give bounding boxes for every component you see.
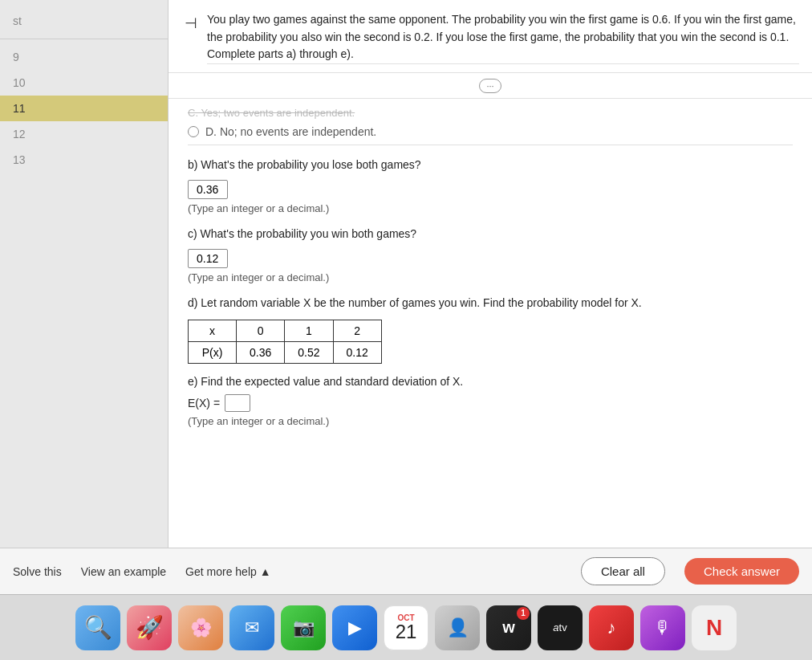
dock-quicktime[interactable]: ▶: [332, 605, 377, 650]
view-example-link[interactable]: View an example: [81, 565, 166, 578]
faded-option: C. Yes; two events are independent.: [188, 107, 793, 119]
dock-mail[interactable]: ✉: [229, 605, 274, 650]
table-px-0[interactable]: 0.36: [237, 342, 285, 364]
dock-music[interactable]: ♪: [589, 605, 634, 650]
part-c-hint: (Type an integer or a decimal.): [188, 271, 793, 283]
problem-text: You play two games against the same oppo…: [207, 11, 799, 64]
sidebar-item-9[interactable]: 9: [0, 44, 168, 70]
option-d-row[interactable]: D. No; no events are independent.: [188, 125, 793, 138]
clear-all-button[interactable]: Clear all: [581, 557, 665, 585]
option-d-label: D. No; no events are independent.: [205, 125, 376, 138]
table-x-0: 0: [237, 320, 285, 342]
table-header-px: P(x): [189, 342, 237, 364]
part-e-label: e) Find the expected value and standard …: [188, 375, 793, 388]
bottom-toolbar: Solve this View an example Get more help…: [0, 548, 812, 594]
part-c-answer[interactable]: 0.12: [188, 249, 228, 268]
table-x-1: 1: [285, 320, 333, 342]
sidebar-item-st[interactable]: st: [0, 8, 168, 34]
perplexity-badge: 1: [517, 607, 530, 620]
dock-perplexity[interactable]: w 1: [486, 605, 531, 650]
ex-answer-input[interactable]: [225, 394, 250, 412]
dock-podcast[interactable]: 🎙: [640, 605, 685, 650]
scroll-indicator[interactable]: ···: [168, 73, 812, 99]
part-c-label: c) What's the probability you win both g…: [188, 226, 793, 242]
content-area: ⊣ You play two games against the same op…: [168, 0, 812, 594]
ex-hint: (Type an integer or a decimal.): [188, 415, 793, 427]
sidebar-item-12[interactable]: 12: [0, 121, 168, 147]
part-b-label: b) What's the probability you lose both …: [188, 157, 793, 173]
dock-photos[interactable]: 🌸: [178, 605, 223, 650]
dock-calendar[interactable]: OCT 21: [384, 605, 428, 650]
sidebar-item-13[interactable]: 13: [0, 147, 168, 173]
dock-appletv[interactable]: atv: [538, 605, 583, 650]
dock: 🔍 🚀 🌸 ✉ 📷 ▶ OCT 21 👤 w 1 atv ♪ 🎙 N: [0, 594, 812, 660]
table-x-2: 2: [333, 320, 381, 342]
answer-section: C. Yes; two events are independent. D. N…: [168, 99, 812, 440]
check-answer-button[interactable]: Check answer: [684, 558, 799, 585]
dock-launchpad[interactable]: 🚀: [127, 605, 172, 650]
table-px-2[interactable]: 0.12: [333, 342, 381, 364]
sidebar-item-10[interactable]: 10: [0, 70, 168, 96]
dock-finder[interactable]: 🔍: [75, 605, 120, 650]
solve-this-link[interactable]: Solve this: [13, 565, 62, 578]
table-header-x: x: [189, 320, 237, 342]
part-d-label: d) Let random variable X be the number o…: [188, 295, 793, 312]
dock-news[interactable]: N: [692, 605, 737, 650]
sidebar-item-11[interactable]: 11: [0, 96, 168, 121]
probability-table: x 0 1 2 P(x) 0.36 0.52 0.12: [188, 320, 382, 364]
dock-contacts[interactable]: 👤: [435, 605, 480, 650]
ex-formula: E(X) =: [188, 394, 793, 412]
nav-back-arrow[interactable]: ⊣: [181, 11, 201, 35]
table-px-1[interactable]: 0.52: [285, 342, 333, 364]
get-more-help-link[interactable]: Get more help ▲: [185, 565, 270, 578]
radio-d[interactable]: [188, 126, 199, 137]
part-b-answer[interactable]: 0.36: [188, 180, 228, 199]
dock-facetime[interactable]: 📷: [281, 605, 326, 650]
sidebar: st 9 10 11 12 13: [0, 0, 168, 594]
part-b-hint: (Type an integer or a decimal.): [188, 202, 793, 214]
